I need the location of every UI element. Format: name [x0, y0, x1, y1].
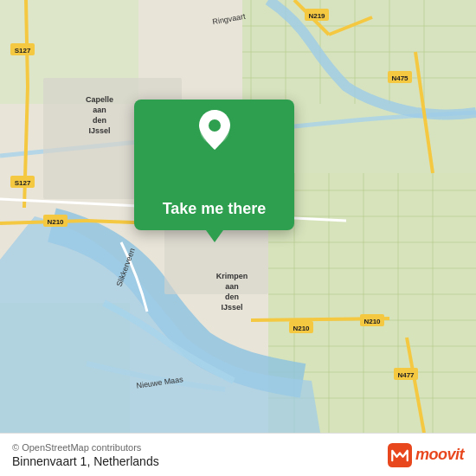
svg-text:N210: N210 — [47, 218, 64, 226]
svg-text:den: den — [93, 116, 106, 125]
svg-text:aan: aan — [93, 106, 106, 114]
attribution-text: © OpenStreetMap contributors — [12, 442, 159, 453]
svg-text:IJssel: IJssel — [88, 126, 110, 135]
svg-text:N477: N477 — [397, 371, 415, 379]
moovit-logo: moovit — [388, 443, 464, 467]
svg-text:Krimpen: Krimpen — [216, 272, 248, 280]
map-container: N219 N475 S127 S127 N210 N210 N210 N477 … — [0, 0, 476, 433]
take-me-there-label: Take me there — [163, 200, 267, 217]
svg-text:N210: N210 — [293, 325, 310, 332]
svg-text:IJssel: IJssel — [221, 303, 242, 312]
svg-text:N210: N210 — [363, 318, 381, 325]
moovit-icon — [388, 443, 412, 467]
svg-text:Capelle: Capelle — [86, 95, 113, 104]
svg-text:S127: S127 — [15, 47, 31, 55]
map-pin-icon — [196, 108, 234, 151]
bottom-bar: © OpenStreetMap contributors Binnenvaart… — [0, 433, 476, 476]
moovit-brand-label: moovit — [415, 446, 464, 464]
svg-point-73 — [209, 119, 221, 132]
svg-text:N475: N475 — [391, 74, 408, 82]
svg-text:S127: S127 — [15, 179, 31, 187]
svg-text:aan: aan — [225, 282, 239, 291]
location-label: Binnenvaart 1, Netherlands — [12, 454, 159, 468]
svg-text:den: den — [225, 293, 239, 301]
svg-text:N219: N219 — [308, 12, 325, 20]
take-me-there-popup[interactable]: Take me there — [134, 100, 294, 230]
